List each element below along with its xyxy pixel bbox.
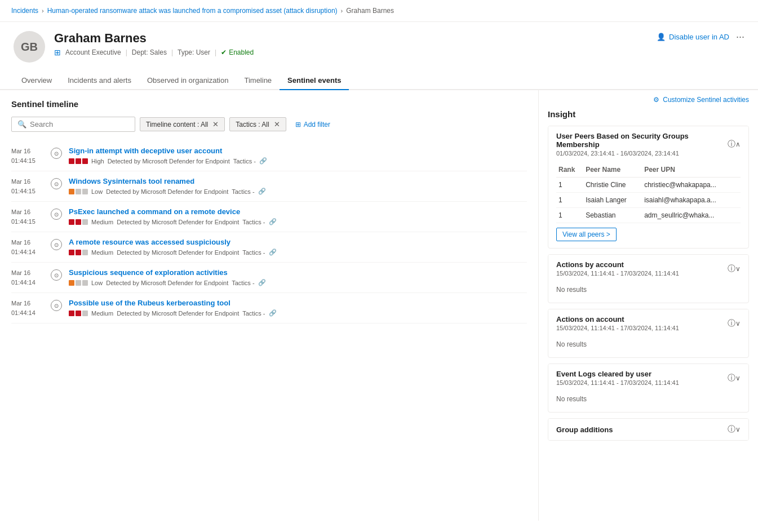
- user-dept: Dept: Sales: [132, 48, 167, 56]
- insight-card-date: 01/03/2024, 23:14:41 - 16/03/2024, 23:14…: [556, 150, 723, 157]
- view-all-peers-button[interactable]: View all peers >: [556, 228, 617, 241]
- insight-card-actions-by-account: Actions by account 15/03/2024, 11:14:41 …: [548, 254, 749, 303]
- tab-observed-in-organization[interactable]: Observed in organization: [139, 72, 237, 90]
- more-options-button[interactable]: ···: [736, 31, 744, 43]
- tactics-icon[interactable]: 🔗: [258, 279, 266, 286]
- tactics-icon[interactable]: 🔗: [269, 218, 277, 225]
- severity-dots: [69, 219, 88, 225]
- breadcrumb-incident-title[interactable]: Human-operated ransomware attack was lau…: [47, 7, 338, 15]
- tab-incidents-and-alerts[interactable]: Incidents and alerts: [60, 72, 139, 90]
- insight-card-date: 15/03/2024, 11:14:41 - 17/03/2024, 11:14…: [556, 325, 723, 331]
- tactics-label: Tactics -: [233, 158, 256, 165]
- timeline-date: Mar 1601:44:14: [11, 238, 44, 256]
- timeline-body: PsExec launched a command on a remote de…: [69, 207, 527, 225]
- tactics-icon[interactable]: 🔗: [258, 188, 266, 195]
- detector-label: Detected by Microsoft Defender for Endpo…: [117, 249, 239, 256]
- chevron-icon: ∨: [735, 374, 741, 382]
- right-panel: ⚙ Customize Sentinel activities Insight …: [538, 90, 758, 521]
- user-type: Type: User: [178, 48, 210, 56]
- breadcrumb-current: Graham Barnes: [346, 7, 394, 15]
- user-name: Graham Barnes: [54, 31, 254, 46]
- severity-dots: [69, 250, 88, 255]
- timeline-meta: Medium Detected by Microsoft Defender fo…: [69, 218, 527, 225]
- timeline-meta: Medium Detected by Microsoft Defender fo…: [69, 309, 527, 317]
- info-icon[interactable]: ⓘ: [728, 318, 735, 329]
- tactics-icon[interactable]: 🔗: [269, 249, 277, 256]
- user-lock-icon: 👤: [657, 33, 666, 41]
- timeline-item: Mar 1601:44:15 ⊙ Windows Sysinternals to…: [11, 171, 527, 202]
- severity-label: Low: [91, 280, 103, 286]
- severity-dots: [69, 280, 88, 286]
- filter-chip-timeline[interactable]: Timeline content : All ✕: [140, 117, 225, 131]
- timeline-icon: ⊙: [51, 178, 62, 189]
- detector-label: Detected by Microsoft Defender for Endpo…: [117, 219, 239, 225]
- timeline-event-title[interactable]: Possible use of the Rubeus kerberoasting…: [69, 299, 527, 307]
- timeline-body: A remote resource was accessed suspiciou…: [69, 238, 527, 256]
- timeline-event-title[interactable]: A remote resource was accessed suspiciou…: [69, 238, 527, 246]
- timeline-item: Mar 1601:44:14 ⊙ A remote resource was a…: [11, 232, 527, 263]
- add-filter-button[interactable]: ⊞ Add filter: [291, 118, 335, 131]
- tactics-label: Tactics -: [232, 188, 254, 195]
- insight-card-user-peers: User Peers Based on Security Groups Memb…: [548, 126, 749, 249]
- timeline-icon: ⊙: [51, 300, 62, 311]
- status-badge: ✔ Enabled: [221, 48, 254, 56]
- table-row: 1Sebastianadm_seullric@whaka...: [556, 208, 741, 223]
- insight-card-title: Group additions: [556, 425, 723, 434]
- sentinel-timeline-title: Sentinel timeline: [11, 99, 527, 109]
- tactics-label: Tactics -: [242, 310, 265, 317]
- info-icon[interactable]: ⓘ: [728, 139, 735, 149]
- gear-icon: ⚙: [653, 96, 659, 104]
- insight-card-group-additions: Group additions ⓘ ∨: [548, 418, 749, 441]
- timeline-event-title[interactable]: Sign-in attempt with deceptive user acco…: [69, 147, 527, 155]
- tactics-icon[interactable]: 🔗: [269, 309, 277, 317]
- insight-card-date: 15/03/2024, 11:14:41 - 17/03/2024, 11:14…: [556, 379, 723, 386]
- peer-table: RankPeer NamePeer UPN 1Christie Clinechr…: [556, 162, 741, 223]
- tactics-icon[interactable]: 🔗: [259, 157, 267, 165]
- timeline-date: Mar 1601:44:15: [11, 147, 44, 165]
- timeline-event-title[interactable]: Windows Sysinternals tool renamed: [69, 177, 527, 185]
- breadcrumb-incidents[interactable]: Incidents: [11, 7, 38, 15]
- timeline-event-title[interactable]: PsExec launched a command on a remote de…: [69, 207, 527, 216]
- timeline-icon: ⊙: [51, 209, 62, 220]
- severity-label: High: [91, 158, 104, 165]
- timeline-icon: ⊙: [51, 269, 62, 281]
- timeline-item: Mar 1601:44:14 ⊙ Suspicious sequence of …: [11, 263, 527, 293]
- tab-timeline[interactable]: Timeline: [236, 72, 280, 90]
- insight-card-header-actions-on-account[interactable]: Actions on account 15/03/2024, 11:14:41 …: [548, 309, 748, 337]
- severity-dots: [69, 158, 88, 164]
- filter-bar: 🔍 Timeline content : All ✕ Tactics : All…: [11, 117, 527, 132]
- tab-sentinel-events[interactable]: Sentinel events: [280, 72, 349, 90]
- filter-icon: ⊞: [295, 121, 301, 128]
- severity-label: Medium: [91, 249, 113, 256]
- insight-card-header-group-additions[interactable]: Group additions ⓘ ∨: [548, 419, 748, 440]
- search-box[interactable]: 🔍: [11, 117, 135, 132]
- timeline-body: Suspicious sequence of exploration activ…: [69, 268, 527, 286]
- org-icon: ⊞: [54, 48, 61, 57]
- disable-user-button[interactable]: 👤 Disable user in AD: [657, 33, 729, 41]
- chevron-icon: ∨: [735, 425, 741, 433]
- insight-card-header-user-peers[interactable]: User Peers Based on Security Groups Memb…: [548, 126, 748, 162]
- severity-label: Low: [91, 188, 103, 195]
- info-icon[interactable]: ⓘ: [728, 264, 735, 274]
- customize-sentinel-button[interactable]: ⚙ Customize Sentinel activities: [539, 90, 758, 109]
- insight-card-title: Event Logs cleared by user: [556, 370, 723, 378]
- user-role: Account Executive: [65, 48, 121, 56]
- remove-filter-timeline[interactable]: ✕: [212, 120, 219, 128]
- insight-card-header-actions-by-account[interactable]: Actions by account 15/03/2024, 11:14:41 …: [548, 255, 748, 282]
- timeline-meta: Medium Detected by Microsoft Defender fo…: [69, 249, 527, 256]
- nav-tabs: Overview Incidents and alerts Observed i…: [0, 72, 758, 90]
- timeline-body: Sign-in attempt with deceptive user acco…: [69, 147, 527, 165]
- remove-filter-tactics[interactable]: ✕: [274, 120, 280, 128]
- search-icon: 🔍: [17, 120, 26, 128]
- timeline-body: Possible use of the Rubeus kerberoasting…: [69, 299, 527, 317]
- info-icon[interactable]: ⓘ: [728, 424, 735, 435]
- search-input[interactable]: [30, 120, 129, 128]
- filter-chip-tactics[interactable]: Tactics : All ✕: [229, 117, 286, 131]
- timeline-item: Mar 1601:44:14 ⊙ Possible use of the Rub…: [11, 293, 527, 323]
- info-icon[interactable]: ⓘ: [728, 373, 735, 383]
- tab-overview[interactable]: Overview: [14, 72, 60, 90]
- detector-label: Detected by Microsoft Defender for Endpo…: [117, 310, 239, 317]
- timeline-event-title[interactable]: Suspicious sequence of exploration activ…: [69, 268, 527, 277]
- timeline-date: Mar 1601:44:14: [11, 268, 44, 287]
- insight-card-header-event-logs-cleared[interactable]: Event Logs cleared by user 15/03/2024, 1…: [548, 364, 748, 392]
